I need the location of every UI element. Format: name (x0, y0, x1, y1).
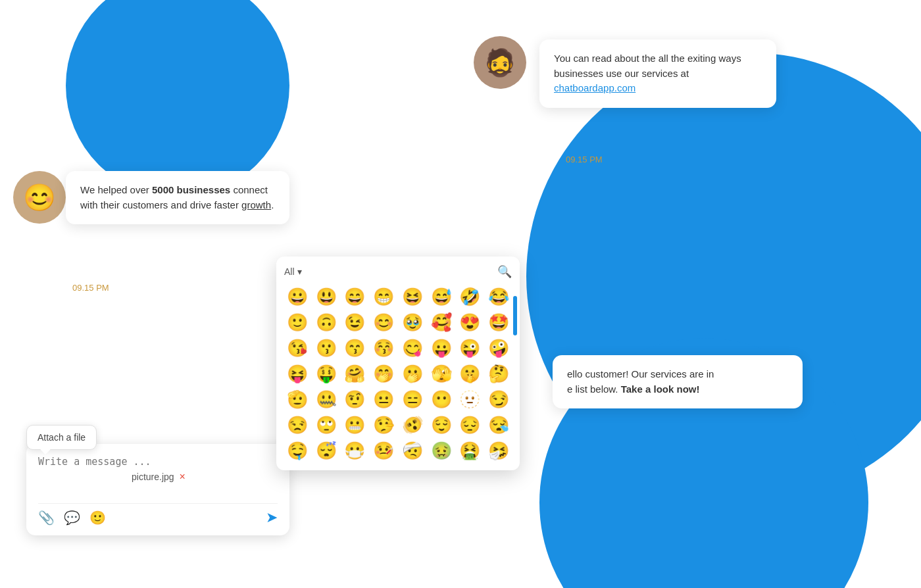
attach-tooltip-label: Attach a file (37, 432, 86, 443)
chat-bottom-right-bold: Take a look now! (621, 383, 700, 395)
emoji-cell[interactable]: 😀 (284, 285, 311, 308)
emoji-cell[interactable]: 😁 (370, 285, 397, 308)
timestamp-left: 09.15 PM (72, 283, 109, 293)
timestamp-right: 09.15 PM (566, 155, 603, 164)
emoji-cell[interactable]: 🤥 (370, 414, 397, 437)
emoji-grid: 😀😃😄😁😆😅🤣😂🙂🙃😉😊🥹🥰😍🤩😘😗😙😚😋😛😜🤪😝🤑🤗🤭🫢🫣🤫🤔🫡🤐🤨😐😑😶🫥😏… (284, 285, 512, 462)
emoji-cell[interactable]: 😷 (342, 439, 368, 462)
emoji-cell[interactable]: 🙄 (313, 414, 339, 437)
attachment-filename: picture.jpg (132, 472, 174, 482)
chat-left-bold: 5000 businesses (152, 184, 230, 195)
emoji-category-select[interactable]: All ▾ (284, 266, 302, 277)
emoji-cell[interactable]: 🤪 (485, 337, 512, 360)
chat-left-period: . (271, 199, 274, 210)
emoji-cell[interactable]: 😜 (457, 337, 484, 360)
emoji-cell[interactable]: 😋 (399, 337, 426, 360)
emoji-cell[interactable]: 🫥 (457, 388, 484, 411)
emoji-cell[interactable]: 😉 (342, 311, 368, 334)
emoji-scroll-indicator (513, 296, 517, 335)
emoji-cell[interactable]: 🤔 (485, 362, 512, 385)
emoji-category-label: All (284, 266, 295, 277)
emoji-cell[interactable]: 😌 (428, 414, 455, 437)
chat-bubble-button[interactable]: 💬 (64, 510, 80, 526)
avatar-right-face: 🧔 (484, 47, 516, 78)
emoji-cell[interactable]: 🤒 (370, 439, 397, 462)
chat-left-text-before: We helped over (80, 184, 152, 195)
emoji-picker: All ▾ 🔍 😀😃😄😁😆😅🤣😂🙂🙃😉😊🥹🥰😍🤩😘😗😙😚😋😛😜🤪😝🤑🤗🤭🫢🫣🤫🤔… (276, 257, 520, 470)
send-button[interactable]: ➤ (266, 509, 278, 526)
emoji-cell[interactable]: 🙃 (313, 311, 339, 334)
chat-left-link[interactable]: growth (241, 199, 271, 210)
chat-right-text: You can read about the all the exiting w… (554, 53, 741, 79)
emoji-cell[interactable]: 🫣 (428, 362, 455, 385)
chat-right-link[interactable]: chatboardapp.com (554, 82, 635, 93)
emoji-cell[interactable]: 😄 (342, 285, 368, 308)
emoji-cell[interactable]: 🤗 (342, 362, 368, 385)
emoji-cell[interactable]: 😆 (399, 285, 426, 308)
attach-file-button[interactable]: 📎 (38, 510, 55, 526)
avatar-left-face: 😊 (23, 182, 56, 213)
chat-bubble-left: We helped over 5000 businesses connect w… (66, 171, 289, 224)
chat-bubble-bottom-right: ello customer! Our services are ine list… (553, 355, 803, 408)
emoji-cell[interactable]: 🫢 (399, 362, 426, 385)
avatar-left: 😊 (13, 171, 66, 224)
emoji-search-button[interactable]: 🔍 (497, 264, 512, 279)
emoji-cell[interactable]: 🙂 (284, 311, 311, 334)
emoji-cell[interactable]: 😐 (370, 388, 397, 411)
attachment-badge: picture.jpg × (132, 471, 186, 483)
chat-bubble-right: You can read about the all the exiting w… (539, 39, 776, 108)
emoji-cell[interactable]: 😊 (370, 311, 397, 334)
emoji-cell[interactable]: 🤭 (370, 362, 397, 385)
emoji-category-arrow: ▾ (297, 266, 302, 277)
emoji-cell[interactable]: 🥰 (428, 311, 455, 334)
emoji-button[interactable]: 🙂 (89, 510, 106, 526)
emoji-cell[interactable]: 😏 (485, 388, 512, 411)
emoji-cell[interactable]: 🤕 (399, 439, 426, 462)
emoji-cell[interactable]: 😘 (284, 337, 311, 360)
emoji-cell[interactable]: 😝 (284, 362, 311, 385)
emoji-cell[interactable]: 🫡 (284, 388, 311, 411)
emoji-cell[interactable]: 🤨 (342, 388, 368, 411)
emoji-cell[interactable]: 😚 (370, 337, 397, 360)
emoji-cell[interactable]: 🤩 (485, 311, 512, 334)
emoji-cell[interactable]: 😂 (485, 285, 512, 308)
emoji-cell[interactable]: 😔 (457, 414, 484, 437)
emoji-cell[interactable]: 🤢 (428, 439, 455, 462)
emoji-cell[interactable]: 🤮 (457, 439, 484, 462)
emoji-cell[interactable]: 🤑 (313, 362, 339, 385)
emoji-cell[interactable]: 😶 (428, 388, 455, 411)
emoji-cell[interactable]: 🤣 (457, 285, 484, 308)
avatar-right: 🧔 (474, 36, 526, 89)
emoji-cell[interactable]: 😪 (485, 414, 512, 437)
attachment-remove-button[interactable]: × (180, 471, 186, 483)
attach-file-tooltip: Attach a file (26, 425, 97, 450)
compose-toolbar: 📎 💬 🙂 ➤ (38, 503, 278, 526)
emoji-cell[interactable]: 😬 (342, 414, 368, 437)
emoji-cell[interactable]: 😅 (428, 285, 455, 308)
decorative-circle-top-left (66, 0, 289, 197)
compose-area: 📎 💬 🙂 ➤ (26, 444, 289, 535)
emoji-cell[interactable]: 😗 (313, 337, 339, 360)
emoji-picker-header: All ▾ 🔍 (284, 264, 512, 279)
emoji-cell[interactable]: 😑 (399, 388, 426, 411)
emoji-cell[interactable]: 🥹 (399, 311, 426, 334)
emoji-cell[interactable]: 😍 (457, 311, 484, 334)
emoji-cell[interactable]: 🤫 (457, 362, 484, 385)
emoji-cell[interactable]: 🤤 (284, 439, 311, 462)
emoji-cell[interactable]: 😃 (313, 285, 339, 308)
emoji-cell[interactable]: 😙 (342, 337, 368, 360)
emoji-cell[interactable]: 😒 (284, 414, 311, 437)
emoji-cell[interactable]: 🤧 (485, 439, 512, 462)
emoji-cell[interactable]: 🫨 (399, 414, 426, 437)
emoji-cell[interactable]: 😴 (313, 439, 339, 462)
emoji-cell[interactable]: 😛 (428, 337, 455, 360)
emoji-cell[interactable]: 🤐 (313, 388, 339, 411)
